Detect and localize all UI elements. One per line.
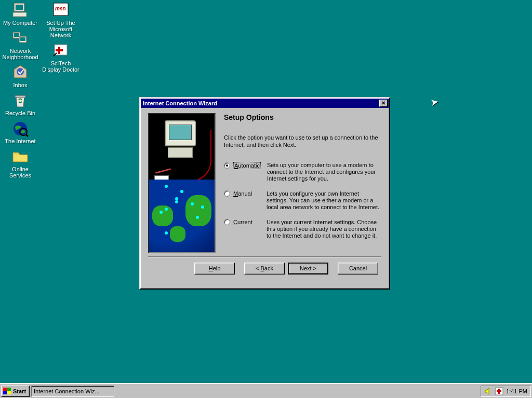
inbox-icon-glyph	[12, 64, 29, 81]
titlebar[interactable]: Internet Connection Wizard ✕	[141, 99, 389, 108]
svg-rect-4	[14, 33, 19, 37]
system-tray: 1:41 PM	[481, 386, 531, 397]
help-button[interactable]: Help	[194, 263, 235, 275]
cancel-button[interactable]: Cancel	[338, 263, 378, 275]
option-desc-manual: Lets you configure your own Internet set…	[267, 190, 381, 211]
radio-automatic[interactable]	[224, 162, 230, 169]
option-label-current[interactable]: Current	[233, 219, 252, 225]
svg-rect-1	[16, 5, 23, 10]
desktop-icons: My Computer Network Neighborhood Inbox R…	[1, 1, 80, 179]
radio-current[interactable]	[224, 219, 230, 225]
svg-rect-8	[15, 95, 25, 98]
wizard-illustration	[148, 113, 216, 253]
network-icon	[12, 30, 29, 47]
option-current: Current Uses your current Internet setti…	[224, 219, 381, 239]
icon-column-2: msn. Set Up The Microsoft Network SciTec…	[42, 1, 80, 179]
back-button[interactable]: < Back	[244, 263, 285, 275]
icon-label: SciTech Display Doctor	[42, 60, 80, 73]
icon-label: My Computer	[3, 20, 37, 26]
globe-icon	[12, 120, 29, 137]
the-internet-icon[interactable]: The Internet	[1, 119, 39, 144]
icon-label: Online Services	[1, 166, 39, 179]
radio-manual[interactable]	[224, 190, 230, 197]
next-button[interactable]: Next >	[288, 263, 328, 275]
svg-rect-17	[56, 49, 63, 51]
inbox-icon[interactable]: Inbox	[1, 63, 39, 88]
clock[interactable]: 1:41 PM	[506, 388, 527, 394]
desktop: My Computer Network Neighborhood Inbox R…	[0, 0, 532, 398]
svg-text:.: .	[65, 6, 66, 10]
taskbar-item-label: Internet Connection Wiz...	[34, 388, 100, 394]
svg-rect-20	[497, 390, 501, 392]
wizard-intro: Click the option you want to use to set …	[224, 134, 381, 148]
svg-line-11	[26, 134, 28, 136]
display-doctor-tray-icon[interactable]	[495, 387, 503, 395]
option-manual: Manual Lets you configure your own Inter…	[224, 190, 381, 211]
taskbar: Start Internet Connection Wiz... 1:41 PM	[0, 383, 532, 398]
icon-label: Recycle Bin	[5, 110, 35, 116]
option-desc-current: Uses your current Internet settings. Cho…	[267, 219, 381, 239]
recycle-bin-glyph	[12, 92, 29, 109]
option-label-automatic[interactable]: Automatic	[233, 162, 261, 169]
windows-logo-icon	[3, 388, 11, 395]
icon-label: Inbox	[14, 82, 28, 88]
close-button[interactable]: ✕	[379, 100, 388, 107]
option-desc-automatic: Sets up your computer to use a modem to …	[267, 162, 381, 182]
option-automatic: Automatic Sets up your computer to use a…	[224, 162, 381, 182]
wizard-window: Internet Connection Wizard ✕	[139, 97, 390, 290]
recycle-bin-icon[interactable]: Recycle Bin	[1, 91, 39, 116]
window-title: Internet Connection Wizard	[143, 100, 217, 106]
network-neighborhood-icon[interactable]: Network Neighborhood	[1, 29, 39, 60]
online-services-icon[interactable]: Online Services	[1, 147, 39, 179]
msn-icon: msn.	[52, 2, 69, 19]
wizard-heading: Setup Options	[224, 113, 381, 121]
svg-text:msn: msn	[55, 6, 66, 11]
start-label: Start	[13, 388, 26, 394]
svg-rect-6	[20, 37, 25, 41]
taskbar-item-wizard[interactable]: Internet Connection Wiz...	[31, 386, 114, 397]
option-label-manual[interactable]: Manual	[233, 190, 252, 197]
icon-label: The Internet	[5, 138, 35, 144]
icon-column-1: My Computer Network Neighborhood Inbox R…	[1, 1, 39, 179]
display-doctor-icon	[52, 43, 69, 59]
start-button[interactable]: Start	[1, 386, 30, 397]
computer-icon	[12, 2, 29, 19]
svg-rect-2	[13, 12, 26, 17]
icon-label: Set Up The Microsoft Network	[42, 20, 80, 38]
separator	[148, 256, 381, 257]
window-body: Setup Options Click the option you want …	[141, 108, 389, 280]
mouse-cursor: ➤	[430, 96, 440, 108]
folder-icon	[12, 148, 29, 165]
my-computer-icon[interactable]: My Computer	[1, 1, 39, 26]
scitech-display-doctor-icon[interactable]: SciTech Display Doctor	[42, 42, 80, 73]
msn-setup-icon[interactable]: msn. Set Up The Microsoft Network	[42, 1, 80, 38]
icon-label: Network Neighborhood	[1, 48, 39, 60]
button-row: Help < Back Next > Cancel	[148, 263, 381, 275]
volume-icon[interactable]	[484, 387, 493, 395]
wizard-content: Setup Options Click the option you want …	[224, 113, 381, 253]
